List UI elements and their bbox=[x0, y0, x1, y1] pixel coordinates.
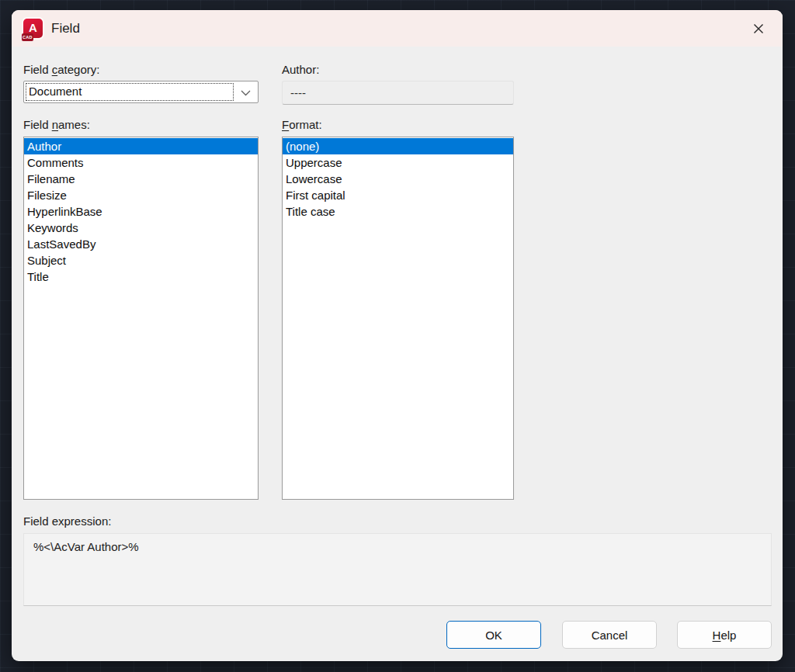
list-item-comments[interactable]: Comments bbox=[24, 154, 258, 171]
list-item-title-case[interactable]: Title case bbox=[283, 203, 513, 220]
help-label-post: elp bbox=[720, 629, 736, 642]
author-label: Author: bbox=[282, 63, 319, 76]
field-names-label: Field names: bbox=[23, 118, 90, 131]
list-item-hyperlinkbase[interactable]: HyperlinkBase bbox=[24, 203, 258, 220]
format-label-post: ormat: bbox=[289, 118, 322, 131]
list-item-lowercase[interactable]: Lowercase bbox=[283, 171, 513, 187]
ok-button-label: OK bbox=[485, 629, 502, 642]
cancel-button-label: Cancel bbox=[592, 629, 628, 642]
help-label-accel: H bbox=[713, 629, 721, 642]
field-category-label-pre: Field bbox=[23, 63, 52, 76]
help-button-label: Help bbox=[713, 629, 737, 642]
field-category-value: Document bbox=[29, 85, 82, 98]
field-names-label-post: ames: bbox=[58, 118, 90, 131]
list-item-none[interactable]: (none) bbox=[283, 138, 513, 154]
list-item-title[interactable]: Title bbox=[24, 268, 258, 285]
help-button[interactable]: Help bbox=[677, 621, 772, 649]
format-listbox[interactable]: (none) Uppercase Lowercase First capital… bbox=[282, 137, 514, 500]
list-item-filesize[interactable]: Filesize bbox=[24, 187, 258, 203]
autocad-logo-cad-flap: CAD bbox=[22, 33, 33, 41]
author-value-field: ---- bbox=[282, 81, 514, 105]
list-item-lastsavedby[interactable]: LastSavedBy bbox=[24, 236, 258, 252]
title-bar[interactable]: A CAD Field bbox=[12, 10, 783, 47]
field-dialog: A CAD Field Field category: Author: Docu… bbox=[12, 10, 783, 661]
list-item-author[interactable]: Author bbox=[24, 138, 258, 154]
field-expression-box: %<\AcVar Author>% bbox=[23, 533, 772, 606]
close-icon bbox=[752, 23, 765, 35]
close-button[interactable] bbox=[745, 16, 772, 42]
field-expression-value: %<\AcVar Author>% bbox=[33, 540, 139, 553]
author-value: ---- bbox=[290, 86, 306, 99]
list-item-filename[interactable]: Filename bbox=[24, 171, 258, 187]
format-label-accel: F bbox=[282, 118, 289, 131]
chevron-down-icon bbox=[241, 90, 251, 96]
dialog-title: Field bbox=[51, 21, 80, 36]
field-category-label-post: ategory: bbox=[57, 63, 99, 76]
field-names-listbox[interactable]: Author Comments Filename Filesize Hyperl… bbox=[23, 137, 259, 500]
field-expression-label: Field expression: bbox=[23, 514, 111, 528]
field-category-label: Field category: bbox=[23, 63, 99, 76]
list-item-first-capital[interactable]: First capital bbox=[283, 187, 513, 203]
field-names-label-pre: Field bbox=[23, 118, 52, 131]
cancel-button[interactable]: Cancel bbox=[562, 621, 657, 649]
ok-button[interactable]: OK bbox=[446, 621, 541, 649]
autocad-logo-icon: A CAD bbox=[23, 19, 43, 38]
format-label: Format: bbox=[282, 118, 322, 131]
autocad-logo-letter: A bbox=[29, 22, 37, 33]
list-item-uppercase[interactable]: Uppercase bbox=[283, 154, 513, 171]
field-category-dropdown[interactable]: Document bbox=[23, 81, 259, 103]
list-item-keywords[interactable]: Keywords bbox=[24, 220, 258, 236]
list-item-subject[interactable]: Subject bbox=[24, 252, 258, 268]
field-names-label-accel: n bbox=[52, 118, 58, 131]
autocad-canvas-background: { "window": { "title": "Field", "icon_le… bbox=[0, 0, 795, 672]
